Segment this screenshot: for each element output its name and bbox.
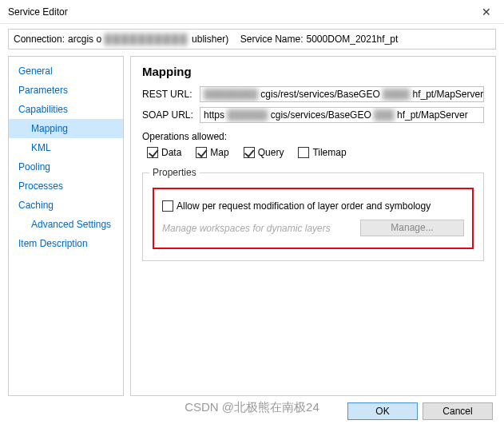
checkbox-label: Data — [161, 147, 181, 158]
checkbox-query[interactable]: Query — [244, 147, 284, 158]
checkbox-icon — [147, 147, 158, 158]
manage-button: Manage... — [360, 220, 464, 236]
window-title: Service Editor — [8, 6, 68, 18]
close-icon[interactable]: ✕ — [477, 6, 496, 18]
sidebar: General Parameters Capabilities Mapping … — [8, 56, 124, 396]
checkbox-tilemap[interactable]: Tilemap — [298, 147, 346, 158]
connection-value-prefix: arcgis o — [68, 34, 101, 45]
soap-url-end: hf_pt/MapServer — [397, 109, 468, 121]
checkbox-allow-modification[interactable]: Allow per request modification of layer … — [162, 200, 431, 212]
service-name-label: Service Name: — [240, 34, 304, 45]
sidebar-item-advanced-settings[interactable]: Advanced Settings — [9, 215, 123, 234]
cancel-button[interactable]: Cancel — [423, 402, 493, 420]
checkbox-icon — [298, 147, 309, 158]
properties-fieldset: Properties Allow per request modificatio… — [142, 172, 484, 261]
titlebar: Service Editor ✕ — [0, 0, 504, 24]
connection-label: Connection: — [14, 34, 65, 45]
soap-url-label: SOAP URL: — [142, 109, 195, 121]
redacted-segment: ████ — [383, 89, 410, 100]
checkbox-map[interactable]: Map — [196, 147, 228, 158]
soap-url-field[interactable]: https ██████ cgis/services/BaseGEO ███ h… — [200, 107, 484, 123]
redacted-segment: ██████████ — [105, 34, 189, 45]
sidebar-item-parameters[interactable]: Parameters — [9, 81, 123, 100]
checkbox-label: Query — [258, 147, 284, 158]
sidebar-item-caching[interactable]: Caching — [9, 196, 123, 215]
checkbox-label: Tilemap — [312, 147, 346, 158]
sidebar-item-general[interactable]: General — [9, 61, 123, 81]
redacted-segment: ████████ — [204, 89, 258, 100]
main-panel: Mapping REST URL: ████████ cgis/rest/ser… — [130, 56, 496, 396]
properties-legend: Properties — [149, 167, 200, 178]
connection-bar: Connection: arcgis o ██████████ ublisher… — [8, 29, 496, 50]
ok-button[interactable]: OK — [347, 402, 418, 420]
operations-allowed-label: Operations allowed: — [142, 131, 484, 142]
redacted-segment: ██████ — [227, 109, 268, 121]
rest-url-end: hf_pt/MapServer — [412, 89, 483, 100]
sidebar-item-processes[interactable]: Processes — [9, 176, 123, 196]
soap-url-start: https — [204, 109, 224, 121]
sidebar-item-kml[interactable]: KML — [9, 138, 123, 157]
rest-url-field[interactable]: ████████ cgis/rest/services/BaseGEO ████… — [200, 86, 484, 102]
footer: OK Cancel — [0, 394, 504, 428]
checkbox-data[interactable]: Data — [147, 147, 181, 158]
sidebar-item-pooling[interactable]: Pooling — [9, 157, 123, 176]
panel-heading: Mapping — [142, 65, 484, 78]
checkbox-label: Map — [210, 147, 228, 158]
sidebar-item-mapping[interactable]: Mapping — [9, 119, 123, 138]
rest-url-label: REST URL: — [142, 89, 195, 100]
connection-value-suffix: ublisher) — [192, 34, 228, 45]
soap-url-mid: cgis/services/BaseGEO — [271, 109, 371, 121]
checkbox-icon — [196, 147, 207, 158]
service-name-value: 5000DOM_2021hf_pt — [307, 34, 399, 45]
manage-workspaces-label: Manage workspaces for dynamic layers — [162, 223, 331, 234]
highlight-box: Allow per request modification of layer … — [153, 188, 474, 249]
checkbox-icon — [162, 200, 173, 212]
checkbox-label: Allow per request modification of layer … — [177, 200, 431, 212]
rest-url-mid: cgis/rest/services/BaseGEO — [260, 89, 379, 100]
sidebar-item-item-description[interactable]: Item Description — [9, 234, 123, 253]
sidebar-item-capabilities[interactable]: Capabilities — [9, 100, 123, 119]
checkbox-icon — [244, 147, 255, 158]
redacted-segment: ███ — [374, 109, 395, 121]
